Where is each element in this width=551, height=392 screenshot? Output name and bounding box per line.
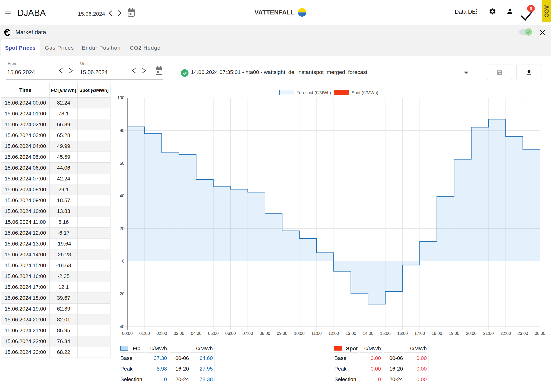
svg-text:06:00: 06:00 [225,331,236,336]
svg-text:14:00: 14:00 [363,331,373,336]
svg-text:20: 20 [120,226,124,231]
svg-text:15:00: 15:00 [380,331,391,336]
svg-text:01:00: 01:00 [139,331,150,336]
svg-text:100: 100 [117,95,124,100]
svg-text:07:00: 07:00 [242,331,253,336]
svg-text:12:00: 12:00 [328,331,339,336]
svg-text:16:00: 16:00 [397,331,408,336]
svg-text:60: 60 [120,161,124,166]
svg-text:18:00: 18:00 [432,331,442,336]
svg-text:09:00: 09:00 [277,331,288,336]
svg-text:20:00: 20:00 [466,331,477,336]
svg-text:Spot (€/MWh): Spot (€/MWh) [351,90,378,95]
svg-text:23:00: 23:00 [517,331,528,336]
svg-text:00:00: 00:00 [535,331,545,336]
svg-text:-40: -40 [118,324,124,329]
svg-text:00:00: 00:00 [122,331,133,336]
svg-text:22:00: 22:00 [500,331,511,336]
svg-text:21:00: 21:00 [483,331,494,336]
svg-text:0: 0 [122,259,124,264]
svg-text:08:00: 08:00 [260,331,270,336]
svg-text:-20: -20 [118,292,124,296]
svg-text:40: 40 [120,194,124,198]
svg-text:17:00: 17:00 [414,331,425,336]
svg-text:05:00: 05:00 [208,331,219,336]
svg-text:04:00: 04:00 [191,331,202,336]
svg-text:Forecast (€/MWh): Forecast (€/MWh) [297,90,331,95]
svg-text:19:00: 19:00 [449,331,459,336]
svg-text:80: 80 [120,128,124,133]
svg-text:03:00: 03:00 [174,331,184,336]
svg-text:10:00: 10:00 [294,331,305,336]
svg-text:11:00: 11:00 [312,331,322,336]
svg-text:02:00: 02:00 [157,331,167,336]
svg-text:13:00: 13:00 [346,331,356,336]
